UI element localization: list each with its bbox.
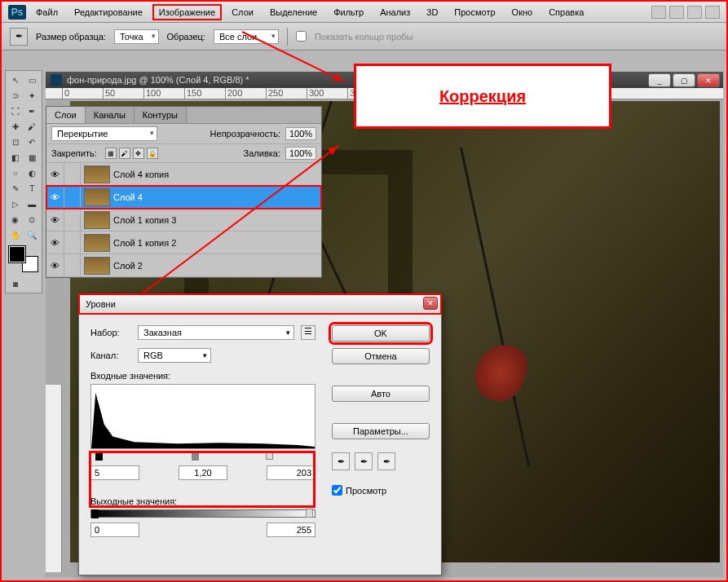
show-ring-checkbox[interactable] (296, 31, 307, 42)
path-tool[interactable]: ▷ (7, 196, 24, 211)
menu-window[interactable]: Окно (505, 4, 540, 20)
layer-thumbnail[interactable] (84, 234, 110, 252)
black-point-slider[interactable] (95, 452, 103, 461)
menu-layers[interactable]: Слои (225, 4, 260, 20)
output-black-slider[interactable] (91, 509, 99, 518)
tab-paths[interactable]: Контуры (135, 107, 187, 123)
3d-camera-tool[interactable]: ⊙ (24, 212, 41, 227)
menu-select[interactable]: Выделение (263, 4, 324, 20)
ok-button[interactable]: OK (332, 325, 430, 342)
layer-thumbnail[interactable] (84, 211, 110, 229)
layer-row[interactable]: 👁 Слой 1 копия 2 (46, 231, 321, 254)
options-button[interactable]: Параметры... (332, 423, 430, 439)
input-black-field[interactable] (90, 465, 139, 480)
dodge-tool[interactable]: ◐ (24, 165, 41, 180)
workspace-icon[interactable] (651, 6, 666, 19)
tab-channels[interactable]: Каналы (86, 107, 135, 123)
blend-mode-dropdown[interactable]: Перекрытие (51, 126, 157, 141)
dialog-titlebar[interactable]: Уровни ✕ (79, 294, 441, 314)
foreground-color[interactable] (9, 246, 25, 262)
layer-row[interactable]: 👁 Слой 1 копия 3 (46, 209, 321, 231)
lasso-tool[interactable]: ⊃ (7, 88, 24, 103)
lock-all-icon[interactable]: 🔒 (147, 148, 158, 159)
visibility-icon[interactable]: 👁 (46, 231, 64, 254)
fill-field[interactable]: 100% (285, 147, 316, 160)
menu-file[interactable]: Файл (29, 4, 64, 20)
menu-image[interactable]: Изображение (152, 4, 222, 20)
output-white-slider[interactable] (306, 509, 313, 518)
layer-row[interactable]: 👁 Слой 2 (46, 254, 321, 277)
zoom-tool[interactable]: 🔍 (24, 227, 41, 242)
heal-tool[interactable]: ✚ (7, 119, 24, 134)
preview-checkbox[interactable] (332, 485, 342, 496)
eyedropper-tool[interactable]: ✒ (24, 104, 41, 118)
sample-dropdown[interactable]: Все слои (214, 29, 279, 44)
midtone-slider[interactable] (192, 452, 199, 461)
output-white-field[interactable] (267, 522, 315, 537)
gradient-tool[interactable]: ▦ (24, 150, 41, 165)
menu-help[interactable]: Справка (542, 4, 590, 20)
layer-name[interactable]: Слой 1 копия 3 (113, 215, 176, 225)
sample-size-dropdown[interactable]: Точка (114, 29, 159, 44)
3d-tool[interactable]: ◉ (7, 212, 24, 227)
blur-tool[interactable]: ○ (7, 165, 24, 180)
arrange-icon[interactable] (687, 6, 702, 19)
quickmask-tool[interactable]: ◙ (7, 276, 24, 291)
brush-tool[interactable]: 🖌 (24, 119, 41, 134)
input-white-field[interactable] (267, 465, 315, 480)
white-point-slider[interactable] (266, 451, 273, 460)
visibility-icon[interactable]: 👁 (46, 163, 64, 185)
white-eyedropper-icon[interactable]: ✒ (377, 452, 395, 470)
shape-tool[interactable]: ▬ (24, 196, 41, 211)
preset-dropdown[interactable]: Заказная (138, 325, 294, 340)
black-eyedropper-icon[interactable]: ✒ (332, 452, 350, 470)
eyedropper-tool-icon[interactable]: ✒ (10, 28, 28, 46)
lock-position-icon[interactable]: ✥ (133, 148, 144, 159)
cancel-button[interactable]: Отмена (332, 348, 430, 364)
tab-layers[interactable]: Слои (46, 107, 86, 123)
layer-name[interactable]: Слой 1 копия 2 (113, 238, 176, 248)
preset-menu-icon[interactable]: ☰ (301, 325, 315, 340)
layer-name[interactable]: Слой 2 (113, 261, 143, 271)
menu-analysis[interactable]: Анализ (373, 4, 417, 20)
gray-eyedropper-icon[interactable]: ✒ (355, 452, 373, 470)
layer-thumbnail[interactable] (84, 188, 110, 206)
output-gradient[interactable] (90, 509, 315, 518)
dialog-close-button[interactable]: ✕ (423, 297, 438, 310)
output-black-field[interactable] (90, 522, 139, 537)
bridge-icon[interactable] (669, 6, 684, 19)
layer-thumbnail[interactable] (84, 165, 110, 183)
layer-name[interactable]: Слой 4 копия (113, 170, 169, 179)
layer-thumbnail[interactable] (84, 257, 110, 275)
move-tool[interactable]: ↖ (7, 73, 24, 87)
close-button[interactable]: ✕ (697, 73, 720, 87)
hand-tool[interactable]: ✋ (7, 227, 24, 242)
crop-tool[interactable]: ⛶ (7, 104, 24, 118)
layer-row[interactable]: 👁 Слой 4 копия (46, 163, 321, 186)
visibility-icon[interactable]: 👁 (46, 186, 64, 208)
stamp-tool[interactable]: ⊡ (7, 134, 24, 149)
visibility-icon[interactable]: 👁 (46, 254, 64, 276)
menu-3d[interactable]: 3D (420, 4, 444, 20)
menu-edit[interactable]: Редактирование (68, 4, 149, 20)
lock-pixels-icon[interactable]: 🖌 (119, 148, 130, 159)
minimize-button[interactable]: _ (648, 73, 671, 87)
pen-tool[interactable]: ✎ (7, 181, 24, 196)
marquee-tool[interactable]: ▭ (24, 73, 41, 87)
screen-mode-icon[interactable] (705, 6, 720, 19)
lock-transparency-icon[interactable]: ▦ (105, 148, 117, 159)
type-tool[interactable]: T (24, 181, 41, 196)
channel-dropdown[interactable]: RGB (138, 348, 211, 363)
menu-view[interactable]: Просмотр (448, 4, 501, 20)
eraser-tool[interactable]: ◧ (7, 150, 24, 165)
visibility-icon[interactable]: 👁 (46, 209, 64, 231)
menu-filter[interactable]: Фильтр (327, 4, 370, 20)
color-swatches[interactable] (9, 246, 38, 272)
opacity-field[interactable]: 100% (285, 127, 316, 140)
history-brush-tool[interactable]: ↶ (24, 134, 41, 149)
wand-tool[interactable]: ✦ (24, 88, 41, 103)
maximize-button[interactable]: ▢ (673, 73, 695, 87)
auto-button[interactable]: Авто (332, 386, 430, 402)
input-gamma-field[interactable] (179, 465, 227, 480)
layer-name[interactable]: Слой 4 (113, 192, 143, 202)
